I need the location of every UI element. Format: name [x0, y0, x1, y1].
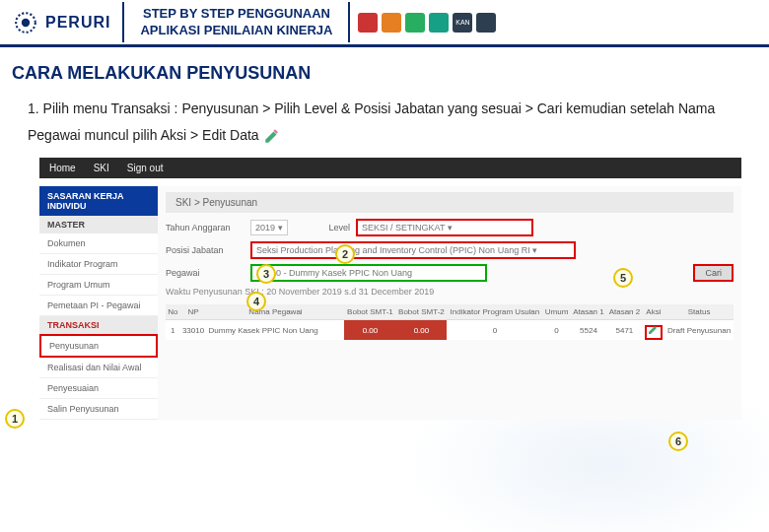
smp-badge-icon: [476, 13, 496, 33]
instruction-text: 1. Pilih menu Transaksi : Penyusunan > P…: [0, 92, 769, 158]
cari-button[interactable]: Cari: [693, 264, 734, 282]
level-label: Level: [329, 223, 351, 233]
breadcrumb: SKI > Penyusunan: [166, 192, 734, 213]
nav-ski[interactable]: SKI: [94, 163, 109, 173]
sidebar-item-realisasi[interactable]: Realisasi dan Nilai Awal: [39, 358, 158, 378]
th-no: No: [166, 304, 180, 320]
logo: PERURI: [0, 9, 122, 36]
callout-5: 5: [613, 268, 633, 288]
logo-text: PERURI: [45, 14, 110, 32]
callout-1: 1: [5, 409, 25, 429]
th-atasan2: Atasan 2: [606, 304, 642, 320]
callout-4: 4: [246, 292, 266, 311]
aksi-cell[interactable]: [643, 320, 665, 341]
sidebar-item-program[interactable]: Program Umum: [39, 275, 158, 296]
sidebar-item-salin[interactable]: Salin Penyusunan: [39, 399, 158, 420]
sidebar-item-pemetaan[interactable]: Pemetaan PI - Pegawai: [39, 296, 158, 316]
pegawai-select[interactable]: 33010 - Dummy Kasek PPIC Non Uang: [250, 264, 487, 282]
badge-icon: [429, 13, 449, 33]
callout-3: 3: [256, 264, 276, 284]
edit-pencil-icon: [263, 127, 281, 145]
sidebar-transaksi-header: TRANSAKSI: [39, 316, 158, 334]
sidebar-item-penyesuaian[interactable]: Penyesuaian: [39, 378, 158, 399]
th-atasan1: Atasan 1: [571, 304, 606, 320]
badge-icon: [382, 13, 401, 33]
main-panel: SKI > Penyusunan Tahun Anggaran 2019 ▾ L…: [158, 186, 741, 420]
tahun-select[interactable]: 2019 ▾: [250, 220, 288, 235]
sidebar: SASARAN KERJA INDIVIDU MASTER Dokumen In…: [39, 186, 158, 420]
th-np: NP: [180, 304, 207, 320]
peruri-logo-icon: [12, 9, 39, 36]
sidebar-item-indikator[interactable]: Indikator Program: [39, 254, 158, 275]
section-heading: CARA MELAKUKAN PENYUSUNAN: [0, 47, 769, 92]
th-nama: Nama Pegawai: [206, 304, 344, 320]
pegawai-label: Pegawai: [166, 268, 245, 278]
posisi-label: Posisi Jabatan: [166, 245, 245, 255]
nav-signout[interactable]: Sign out: [127, 163, 164, 173]
kan-badge: KAN: [453, 13, 472, 33]
cert-badges: KAN: [350, 13, 504, 33]
level-select[interactable]: SEKSI / SETINGKAT ▾: [356, 219, 533, 236]
badge-icon: [405, 13, 425, 33]
badge-icon: [358, 13, 378, 33]
th-status: Status: [664, 304, 734, 320]
edit-icon: [648, 323, 660, 335]
app-screenshot: Home SKI Sign out SASARAN KERJA INDIVIDU…: [39, 158, 741, 420]
callout-2: 2: [335, 244, 355, 264]
posisi-select[interactable]: Seksi Production Planning and Inventory …: [250, 241, 576, 259]
th-bobot2: Bobot SMT-2: [395, 304, 447, 320]
callout-6: 6: [668, 432, 688, 451]
svg-point-1: [22, 18, 30, 26]
tahun-label: Tahun Anggaran: [166, 223, 245, 233]
sidebar-group-header: SASARAN KERJA INDIVIDU: [39, 186, 158, 216]
app-topbar: Home SKI Sign out: [39, 158, 741, 178]
th-usulan: Indikator Program Usulan: [447, 304, 542, 320]
th-bobot1: Bobot SMT-1: [344, 304, 395, 320]
sidebar-master-header: MASTER: [39, 216, 158, 233]
th-aksi: Aksi: [643, 304, 665, 320]
sidebar-item-penyusunan[interactable]: Penyusunan: [39, 334, 158, 358]
sidebar-item-dokumen[interactable]: Dokumen: [39, 233, 158, 254]
slide-header: PERURI STEP BY STEP PENGGUNAAN APLIKASI …: [0, 0, 769, 47]
table-row: 1 33010 Dummy Kasek PPIC Non Uang 0.00 0…: [166, 320, 734, 341]
th-umum: Umum: [542, 304, 570, 320]
nav-home[interactable]: Home: [49, 163, 76, 173]
slide-title: STEP BY STEP PENGGUNAAN APLIKASI PENILAI…: [122, 2, 350, 43]
